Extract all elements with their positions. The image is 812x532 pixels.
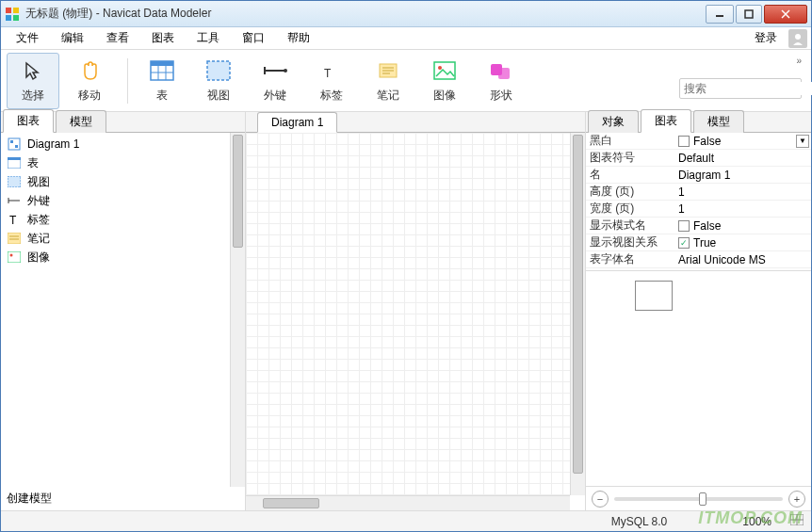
prop-row[interactable]: 宽度 (页)1 <box>586 201 811 218</box>
tree-item-fk[interactable]: 外键 <box>3 191 243 210</box>
canvas-vscrollbar[interactable] <box>570 133 585 495</box>
checkbox[interactable] <box>678 136 690 147</box>
svg-rect-34 <box>8 176 21 187</box>
fk-icon <box>262 57 288 84</box>
app-icon <box>5 7 20 22</box>
prop-row[interactable]: 表字体名Arial Unicode MS <box>586 251 811 268</box>
minimize-button[interactable] <box>706 5 734 24</box>
diagram-canvas[interactable] <box>246 133 585 510</box>
prop-row[interactable]: 名Diagram 1 <box>586 167 811 184</box>
menu-edit[interactable]: 编辑 <box>50 27 95 49</box>
right-tab-object[interactable]: 对象 <box>588 110 639 133</box>
prop-row[interactable]: 显示视图关系✓True <box>586 234 811 251</box>
search-input[interactable] <box>684 82 812 95</box>
tool-move[interactable]: 移动 <box>63 53 116 109</box>
status-grid-icon[interactable] <box>790 514 804 528</box>
toolbar-overflow[interactable]: » <box>796 56 802 66</box>
svg-text:T: T <box>9 214 17 226</box>
left-tab-model[interactable]: 模型 <box>56 110 106 133</box>
cursor-icon <box>20 57 46 84</box>
tool-label[interactable]: T 标签 <box>305 53 358 109</box>
dropdown-icon[interactable]: ▼ <box>796 135 809 148</box>
preview-viewport[interactable] <box>635 281 673 311</box>
tool-image[interactable]: 图像 <box>418 53 471 109</box>
hand-icon <box>76 57 103 84</box>
window-title: 无标题 (物理) - Navicat Data Modeler <box>25 6 704 22</box>
tool-table[interactable]: 表 <box>136 53 188 109</box>
svg-rect-29 <box>8 138 20 150</box>
menu-view[interactable]: 查看 <box>95 27 140 49</box>
tree-item-note[interactable]: 笔记 <box>3 229 243 248</box>
svg-rect-38 <box>8 233 21 244</box>
search-box[interactable] <box>679 78 802 99</box>
tree-item-image[interactable]: 图像 <box>3 248 243 266</box>
svg-rect-26 <box>498 68 510 79</box>
checkbox[interactable]: ✓ <box>678 237 690 249</box>
svg-rect-30 <box>10 140 13 143</box>
close-button[interactable] <box>764 5 807 24</box>
tool-view[interactable]: 视图 <box>192 53 245 109</box>
preview-panel <box>586 270 811 486</box>
svg-rect-5 <box>745 10 753 18</box>
menu-window[interactable]: 窗口 <box>231 27 276 49</box>
svg-point-17 <box>284 69 287 73</box>
svg-rect-3 <box>13 15 19 21</box>
label-icon: T <box>7 212 22 227</box>
svg-text:T: T <box>324 67 332 80</box>
tool-select[interactable]: 选择 <box>7 53 59 109</box>
note-icon <box>375 57 401 84</box>
svg-rect-33 <box>8 157 21 160</box>
tool-note[interactable]: 笔记 <box>362 53 414 109</box>
tool-shape[interactable]: 形状 <box>475 53 528 109</box>
tree-item-label[interactable]: T标签 <box>3 210 243 229</box>
status-zoom: 100% <box>742 515 771 528</box>
right-tab-model[interactable]: 模型 <box>693 110 744 133</box>
status-db: MySQL 8.0 <box>611 515 668 528</box>
prop-row[interactable]: 黑白False▼ <box>586 133 811 150</box>
tree-scrollbar[interactable] <box>230 133 245 487</box>
view-icon <box>205 57 232 84</box>
tool-foreignkey[interactable]: 外键 <box>249 53 301 109</box>
svg-point-8 <box>795 34 801 40</box>
svg-point-24 <box>438 66 442 70</box>
canvas-grid <box>246 133 570 495</box>
prop-row[interactable]: 图表符号Default <box>586 150 811 167</box>
svg-rect-2 <box>6 15 11 21</box>
svg-rect-41 <box>8 251 21 263</box>
canvas-tab-diagram1[interactable]: Diagram 1 <box>257 112 337 133</box>
menu-diagram[interactable]: 图表 <box>140 27 186 49</box>
svg-rect-0 <box>6 8 11 13</box>
tree-item-view[interactable]: 视图 <box>3 172 243 191</box>
table-icon <box>7 155 22 170</box>
create-model-link[interactable]: 创建模型 <box>1 487 245 510</box>
view-icon <box>7 174 22 189</box>
zoom-slider[interactable] <box>614 497 783 501</box>
menu-tools[interactable]: 工具 <box>186 27 231 49</box>
image-icon <box>431 57 458 84</box>
avatar-icon[interactable] <box>788 29 807 48</box>
tree-view: Diagram 1 表 视图 外键 T标签 笔记 图像 <box>1 133 245 487</box>
prop-row[interactable]: 高度 (页)1 <box>586 184 811 201</box>
zoom-in-button[interactable]: + <box>788 491 805 508</box>
zoom-out-button[interactable]: − <box>592 491 609 508</box>
login-link[interactable]: 登录 <box>747 27 785 49</box>
tree-item-diagram[interactable]: Diagram 1 <box>3 135 243 153</box>
checkbox[interactable] <box>678 220 690 232</box>
properties-panel: 黑白False▼ 图表符号Default 名Diagram 1 高度 (页)1 … <box>586 133 811 270</box>
diagram-icon <box>7 137 22 152</box>
image-icon <box>7 250 22 265</box>
svg-rect-31 <box>15 145 18 148</box>
menu-file[interactable]: 文件 <box>5 27 50 49</box>
canvas-hscrollbar[interactable] <box>246 495 570 510</box>
left-tab-diagram[interactable]: 图表 <box>3 109 54 133</box>
svg-rect-10 <box>151 61 173 66</box>
label-icon: T <box>318 57 345 84</box>
shape-icon <box>488 57 514 84</box>
prop-row[interactable]: 显示模式名False <box>586 218 811 234</box>
svg-rect-14 <box>207 61 230 80</box>
menu-help[interactable]: 帮助 <box>276 27 321 49</box>
right-tab-diagram[interactable]: 图表 <box>641 109 691 133</box>
tree-item-table[interactable]: 表 <box>3 153 243 172</box>
maximize-button[interactable] <box>736 5 762 24</box>
note-icon <box>7 231 22 246</box>
